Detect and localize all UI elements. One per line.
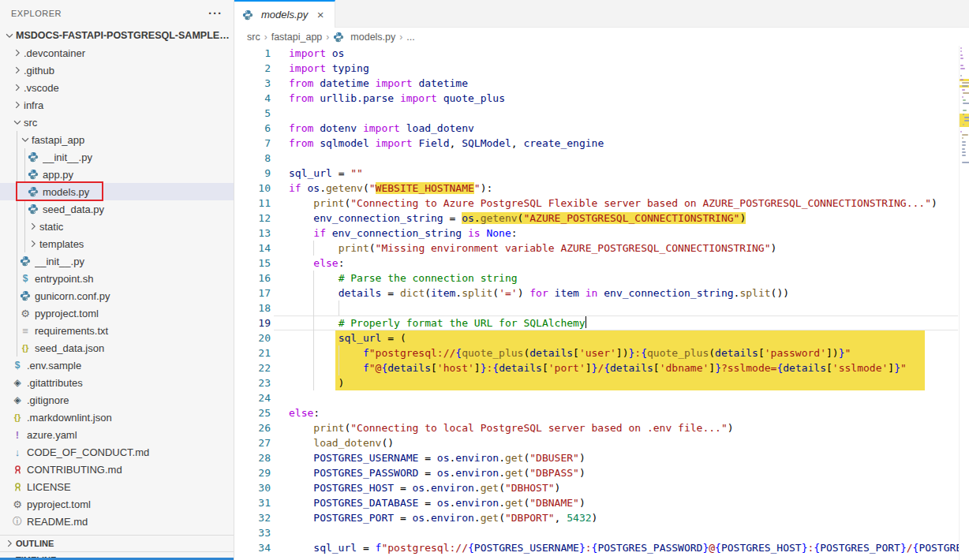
- tree-item-init-py[interactable]: __init__.py: [0, 148, 234, 166]
- tree-item-github[interactable]: .github: [0, 62, 234, 79]
- code-line[interactable]: 3from datetime import datetime: [234, 76, 969, 91]
- code-line[interactable]: 28 POSTGRES_USERNAME = os.environ.get("D…: [234, 450, 969, 465]
- chevron-down-icon[interactable]: [3, 29, 16, 42]
- code-line[interactable]: 8: [234, 151, 969, 166]
- tree-item-gunicorn-conf-py[interactable]: gunicorn.conf.py: [0, 287, 234, 304]
- code-line-text[interactable]: [271, 390, 289, 405]
- tree-item-src[interactable]: src: [0, 114, 234, 131]
- tree-item-env-sample[interactable]: $.env.sample: [0, 357, 234, 374]
- code-line-text[interactable]: details = dict(item.split('=') for item …: [271, 286, 789, 301]
- code-line[interactable]: 4from urllib.parse import quote_plus: [234, 91, 969, 106]
- tree-item-contributing-md[interactable]: CONTRIBUTING.md: [0, 461, 234, 478]
- code-line-text[interactable]: print("Connecting to Azure PostgreSQL Fl…: [271, 196, 937, 211]
- code-line[interactable]: 30 POSTGRES_HOST = os.environ.get("DBHOS…: [234, 480, 969, 495]
- code-line-text[interactable]: POSTGRES_PASSWORD = os.environ.get("DBPA…: [271, 465, 586, 480]
- code-line[interactable]: 32 POSTGRES_PORT = os.environ.get("DBPOR…: [234, 510, 969, 525]
- chevron-down-icon[interactable]: [19, 133, 32, 146]
- code-line-text[interactable]: if env_connection_string is None:: [271, 226, 518, 241]
- close-icon[interactable]: ×: [314, 8, 327, 21]
- code-line[interactable]: 22 f"@{details['host']}:{details['port']…: [234, 360, 969, 375]
- code-line[interactable]: 17 details = dict(item.split('=') for it…: [234, 286, 969, 301]
- chevron-right-icon[interactable]: [11, 47, 24, 59]
- code-line[interactable]: 7from sqlmodel import Field, SQLModel, c…: [234, 136, 969, 151]
- tree-item-gitattributes[interactable]: ◈.gitattributes: [0, 374, 234, 391]
- tree-item-pyproject-toml[interactable]: ⚙pyproject.toml: [0, 304, 234, 322]
- code-line-text[interactable]: from sqlmodel import Field, SQLModel, cr…: [271, 136, 604, 151]
- code-line[interactable]: 16 # Parse the connection string: [234, 271, 969, 286]
- code-line-text[interactable]: f"postgresql://{quote_plus(details['user…: [271, 345, 851, 360]
- tree-item-gitignore[interactable]: ◈.gitignore: [0, 391, 234, 409]
- code-line[interactable]: 24: [234, 390, 969, 405]
- code-line-text[interactable]: POSTGRES_PORT = os.environ.get("DBPORT",…: [271, 510, 597, 525]
- code-line[interactable]: 33: [234, 525, 969, 540]
- code-line[interactable]: 12 env_connection_string = os.getenv("AZ…: [234, 211, 969, 226]
- code-line-text[interactable]: [271, 151, 289, 166]
- outline-section-header[interactable]: OUTLINE: [0, 535, 234, 551]
- code-line[interactable]: 11 print("Connecting to Azure PostgreSQL…: [234, 196, 969, 211]
- code-line-text[interactable]: POSTGRES_DATABASE = os.environ.get("DBNA…: [271, 495, 586, 510]
- code-line[interactable]: 14 print("Missing environment variable A…: [234, 241, 969, 256]
- code-line[interactable]: 34 sql_url = f"postgresql://{POSTGRES_US…: [234, 540, 969, 555]
- code-line-text[interactable]: else:: [271, 256, 344, 271]
- chevron-right-icon[interactable]: [27, 220, 39, 233]
- tree-item-infra[interactable]: infra: [0, 96, 234, 114]
- more-actions-icon[interactable]: ···: [208, 9, 223, 17]
- code-line[interactable]: 5: [234, 106, 969, 121]
- tree-item-devcontainer[interactable]: .devcontainer: [0, 44, 234, 62]
- code-line-text[interactable]: load_dotenv(): [271, 435, 394, 450]
- code-line-text[interactable]: f"@{details['host']}:{details['port']}/{…: [271, 360, 907, 375]
- code-line-text[interactable]: import os: [271, 46, 344, 61]
- code-line[interactable]: 26 print("Connecting to local PostgreSQL…: [234, 420, 969, 435]
- code-line-text[interactable]: else:: [271, 405, 320, 420]
- code-line[interactable]: 6from dotenv import load_dotenv: [234, 121, 969, 136]
- code-line-text[interactable]: [271, 106, 289, 121]
- code-line-text[interactable]: import typing: [271, 61, 369, 76]
- chevron-right-icon[interactable]: [11, 99, 24, 111]
- code-line[interactable]: 1import os: [234, 46, 969, 61]
- code-line-text[interactable]: sql_url = "": [271, 166, 363, 181]
- code-line-text[interactable]: sql_url = f"postgresql://{POSTGRES_USERN…: [271, 540, 968, 555]
- code-line[interactable]: 25else:: [234, 405, 969, 420]
- code-line[interactable]: 21 f"postgresql://{quote_plus(details['u…: [234, 345, 969, 360]
- breadcrumb-item-models-py[interactable]: models.py: [333, 32, 395, 43]
- code-line[interactable]: 2import typing: [234, 61, 969, 76]
- code-line[interactable]: 20 sql_url = (: [234, 330, 969, 345]
- tree-item-license[interactable]: LICENSE: [0, 478, 234, 495]
- tree-item-azure-yaml[interactable]: !azure.yaml: [0, 426, 234, 443]
- tab-models-py[interactable]: models.py ×: [234, 0, 335, 28]
- code-line[interactable]: 15 else:: [234, 256, 969, 271]
- tree-item-init-py[interactable]: __init__.py: [0, 252, 234, 270]
- code-line[interactable]: 31 POSTGRES_DATABASE = os.environ.get("D…: [234, 495, 969, 510]
- tree-item-templates[interactable]: templates: [0, 235, 234, 252]
- chevron-right-icon[interactable]: [11, 64, 24, 77]
- tree-item-readme-md[interactable]: ⓘREADME.md: [0, 513, 234, 530]
- code-line-text[interactable]: [271, 301, 289, 315]
- code-editor[interactable]: 1import os2import typing3from datetime i…: [234, 46, 969, 560]
- tree-item-seed-data-py[interactable]: seed_data.py: [0, 200, 234, 218]
- code-line-text[interactable]: # Properly format the URL for SQLAlchemy: [271, 315, 586, 330]
- tree-item-seed-data-json[interactable]: {}seed_data.json: [0, 339, 234, 357]
- tree-item-entrypoint-sh[interactable]: $entrypoint.sh: [0, 270, 234, 287]
- code-line[interactable]: 9sql_url = "": [234, 166, 969, 181]
- code-line[interactable]: 13 if env_connection_string is None:: [234, 226, 969, 241]
- code-line-text[interactable]: # Parse the connection string: [271, 271, 518, 286]
- code-line-text[interactable]: print("Connecting to local PostgreSQL se…: [271, 420, 734, 435]
- code-line-text[interactable]: env_connection_string = os.getenv("AZURE…: [271, 211, 746, 226]
- code-line-text[interactable]: if os.getenv("WEBSITE_HOSTNAME"):: [271, 181, 492, 196]
- tree-item-app-py[interactable]: app.py: [0, 166, 234, 183]
- breadcrumb-item-fastapi-app[interactable]: fastapi_app: [271, 32, 323, 43]
- tree-item-models-py[interactable]: models.py: [0, 183, 234, 200]
- tree-item-vscode[interactable]: .vscode: [0, 79, 234, 96]
- code-line-text[interactable]: from dotenv import load_dotenv: [271, 121, 474, 136]
- code-line[interactable]: 19 # Properly format the URL for SQLAlch…: [234, 315, 969, 330]
- tree-item-requirements-txt[interactable]: ≡requirements.txt: [0, 322, 234, 339]
- chevron-down-icon[interactable]: [11, 116, 24, 129]
- breadcrumb-item-src[interactable]: src: [247, 32, 260, 43]
- code-line[interactable]: 18: [234, 301, 969, 315]
- code-line-text[interactable]: ): [271, 375, 344, 390]
- code-line[interactable]: 29 POSTGRES_PASSWORD = os.environ.get("D…: [234, 465, 969, 480]
- tree-item-static[interactable]: static: [0, 218, 234, 235]
- code-line[interactable]: 23 ): [234, 375, 969, 390]
- tree-item-pyproject-toml[interactable]: ⚙pyproject.toml: [0, 495, 234, 513]
- breadcrumb-item-[interactable]: ...: [406, 32, 414, 43]
